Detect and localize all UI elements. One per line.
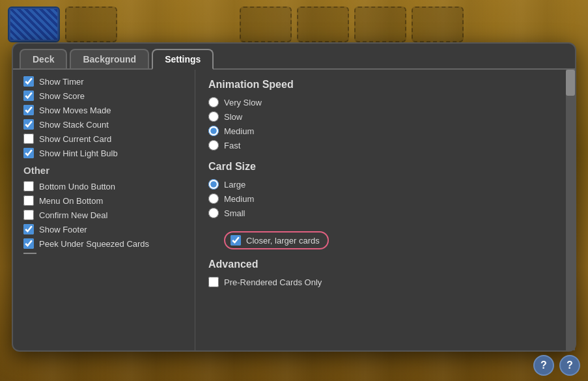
other-section-title: Other: [23, 165, 184, 176]
show-hint-light-bulb-label: Show Hint Light Bulb: [39, 148, 118, 158]
animation-speed-title: Animation Speed: [208, 79, 553, 91]
menu-on-bottom-item: Menu On Bottom: [23, 195, 184, 206]
pre-rendered-cards-label: Pre-Rendered Cards Only: [224, 277, 322, 287]
size-small: Small: [208, 208, 553, 218]
dialog-content: Show Timer Show Score Show Moves Made Sh…: [13, 68, 575, 350]
tab-settings[interactable]: Settings: [152, 49, 214, 70]
animation-speed-group: Very Slow Slow Medium Fast: [208, 97, 553, 150]
scrollbar-thumb[interactable]: [566, 70, 575, 96]
show-footer-checkbox[interactable]: [23, 224, 34, 234]
bottom-undo-button-item: Bottom Undo Button: [23, 181, 184, 191]
show-stack-count-label: Show Stack Count: [39, 120, 109, 130]
scrollbar-track[interactable]: [566, 70, 575, 350]
pre-rendered-cards-item: Pre-Rendered Cards Only: [208, 277, 553, 287]
speed-medium-radio[interactable]: [208, 126, 219, 136]
speed-slow: Slow: [208, 111, 553, 122]
size-small-radio[interactable]: [208, 208, 219, 218]
tab-background[interactable]: Background: [70, 49, 149, 70]
speed-medium: Medium: [208, 126, 553, 136]
show-footer-label: Show Footer: [39, 225, 87, 234]
advanced-title: Advanced: [208, 259, 553, 270]
show-stack-count-checkbox[interactable]: [23, 119, 34, 130]
card-slot-3: [240, 7, 292, 42]
card-slot-2: [65, 7, 117, 42]
speed-fast: Fast: [208, 140, 553, 150]
card-size-title: Card Size: [208, 161, 553, 173]
pre-rendered-cards-checkbox[interactable]: [208, 277, 219, 287]
right-panel: Animation Speed Very Slow Slow Medium: [195, 70, 575, 350]
size-medium-radio[interactable]: [208, 193, 219, 204]
peek-under-squeezed-checkbox[interactable]: [23, 238, 34, 249]
size-large: Large: [208, 179, 553, 190]
speed-very-slow-radio[interactable]: [208, 97, 219, 107]
tab-bar: Deck Background Settings: [13, 44, 575, 70]
closer-cards-checkbox[interactable]: [231, 235, 241, 246]
size-large-label: Large: [224, 180, 245, 190]
top-card-row: [0, 7, 588, 42]
speed-medium-label: Medium: [224, 126, 254, 136]
show-current-card-checkbox[interactable]: [23, 134, 34, 144]
show-current-card-label: Show Current Card: [39, 134, 111, 144]
tab-deck[interactable]: Deck: [20, 49, 67, 70]
show-hint-light-bulb-item: Show Hint Light Bulb: [23, 148, 184, 158]
show-current-card-item: Show Current Card: [23, 134, 184, 144]
bottom-undo-button-label: Bottom Undo Button: [39, 182, 115, 191]
confirm-new-deal-label: Confirm New Deal: [39, 210, 107, 220]
show-stack-count-item: Show Stack Count: [23, 119, 184, 130]
show-score-checkbox[interactable]: [23, 91, 34, 101]
show-timer-label: Show Timer: [39, 77, 84, 87]
settings-dialog: Deck Background Settings Show Timer Show…: [12, 42, 576, 352]
menu-on-bottom-checkbox[interactable]: [23, 195, 34, 206]
confirm-new-deal-checkbox[interactable]: [23, 210, 34, 220]
closer-cards-container: Closer, larger cards: [224, 231, 329, 249]
show-footer-item: Show Footer: [23, 224, 184, 234]
show-hint-light-bulb-checkbox[interactable]: [23, 148, 34, 158]
left-panel: Show Timer Show Score Show Moves Made Sh…: [13, 70, 195, 350]
card-slot-5: [354, 7, 406, 42]
show-score-item: Show Score: [23, 91, 184, 101]
menu-on-bottom-label: Menu On Bottom: [39, 196, 103, 206]
help-icon-button[interactable]: ?: [533, 355, 554, 376]
card-slot-1: [8, 7, 60, 42]
card-slot-4: [297, 7, 349, 42]
size-medium: Medium: [208, 193, 553, 204]
size-medium-label: Medium: [224, 194, 254, 204]
bottom-undo-button-checkbox[interactable]: [23, 181, 34, 191]
speed-fast-radio[interactable]: [208, 140, 219, 150]
size-large-radio[interactable]: [208, 179, 219, 190]
show-timer-item: Show Timer: [23, 76, 184, 87]
show-moves-made-checkbox[interactable]: [23, 105, 34, 115]
speed-very-slow-label: Very Slow: [224, 98, 262, 107]
show-moves-made-label: Show Moves Made: [39, 106, 111, 115]
confirm-new-deal-item: Confirm New Deal: [23, 210, 184, 220]
divider: [23, 253, 36, 254]
size-small-label: Small: [224, 208, 245, 218]
info-icon-button[interactable]: ?: [559, 355, 580, 376]
bottom-icon-bar: ? ?: [533, 355, 580, 376]
card-size-group: Large Medium Small: [208, 179, 553, 218]
card-slot-6: [412, 7, 464, 42]
speed-very-slow: Very Slow: [208, 97, 553, 107]
peek-under-squeezed-label: Peek Under Squeezed Cards: [39, 239, 149, 249]
speed-fast-label: Fast: [224, 141, 240, 150]
speed-slow-radio[interactable]: [208, 111, 219, 122]
show-moves-made-item: Show Moves Made: [23, 105, 184, 115]
speed-slow-label: Slow: [224, 112, 242, 122]
show-score-label: Show Score: [39, 91, 85, 101]
closer-cards-label: Closer, larger cards: [246, 236, 320, 246]
right-panel-inner: Animation Speed Very Slow Slow Medium: [208, 79, 562, 287]
peek-under-squeezed-item: Peek Under Squeezed Cards: [23, 238, 184, 249]
show-timer-checkbox[interactable]: [23, 76, 34, 87]
